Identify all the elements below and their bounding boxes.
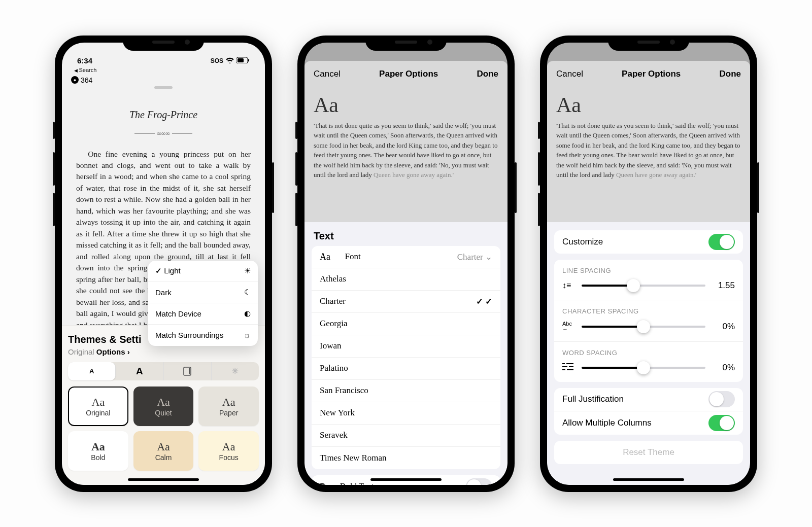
font-times[interactable]: Times New Roman (312, 447, 500, 469)
themes-sheet: Themes & Setti Original Options A A ☀︎ A… (62, 325, 265, 485)
segmented-control: A A ☀︎ (68, 362, 259, 380)
sun-icon: ☀︎ (244, 266, 251, 275)
multi-columns-row: Allow Multiple Columns (554, 411, 743, 435)
font-list: Aa Font Charter ⌄ Athelas Charter✓ Georg… (312, 246, 500, 469)
justification-card: Full Justification Allow Multiple Column… (554, 388, 743, 435)
preview-aa: Aa (314, 94, 498, 116)
spacing-card: LINE SPACING ↕≡ 1.55 CHARACTER SPACING A… (554, 260, 743, 382)
theme-quiet[interactable]: AaQuiet (133, 387, 194, 426)
multi-columns-toggle[interactable] (708, 415, 735, 431)
done-button[interactable]: Done (719, 69, 741, 79)
theme-focus[interactable]: AaFocus (198, 431, 259, 471)
svg-rect-8 (569, 366, 573, 367)
customize-row: Customize (554, 230, 743, 254)
home-indicator[interactable] (370, 478, 442, 481)
check-icon: ✓ (476, 296, 492, 307)
half-circle-icon: ◐ (244, 309, 251, 318)
svg-rect-7 (562, 366, 567, 367)
font-new-york[interactable]: New York (312, 402, 500, 425)
page-count: ● 364 (62, 74, 265, 86)
line-spacing-value: 1.55 (713, 280, 735, 291)
bold-icon: B (320, 481, 325, 485)
seg-font-large[interactable]: A (116, 362, 163, 380)
phone-3-frame: Cancel Paper Options Done Aa 'That is no… (540, 36, 757, 492)
preview-body: 'That is not done quite as you seem to t… (556, 121, 741, 180)
appearance-match-device[interactable]: Match Device ◐ (148, 303, 258, 325)
theme-paper[interactable]: AaPaper (198, 387, 259, 426)
wifi-icon (226, 57, 234, 65)
font-georgia[interactable]: Georgia (312, 313, 500, 335)
seg-font-small[interactable]: A (68, 362, 116, 380)
preview-body: 'That is not done quite as you seem to t… (314, 121, 498, 180)
line-spacing-block: LINE SPACING ↕≡ 1.55 (554, 260, 743, 300)
cancel-button[interactable]: Cancel (314, 69, 341, 79)
font-palatino[interactable]: Palatino (312, 358, 500, 380)
sheet-header: Cancel Paper Options Done (304, 61, 507, 87)
svg-rect-6 (566, 363, 573, 364)
svg-rect-1 (238, 58, 244, 62)
text-preview: Aa 'That is not done quite as you seem t… (547, 87, 750, 180)
sheet-header: Cancel Paper Options Done (547, 61, 750, 87)
text-preview: Aa 'That is not done quite as you seem t… (304, 87, 507, 180)
seg-scroll-icon[interactable] (164, 362, 212, 380)
font-charter[interactable]: Charter✓ (312, 291, 500, 313)
brightness-icon: ☼ (244, 331, 251, 339)
word-spacing-block: WORD SPACING 0% (554, 342, 743, 382)
bold-text-toggle[interactable] (466, 478, 492, 485)
appearance-popover: Light ☀︎ Dark ☾ Match Device ◐ Match Sur… (148, 261, 258, 346)
word-spacing-value: 0% (713, 363, 735, 373)
theme-calm[interactable]: AaCalm (133, 431, 194, 471)
line-spacing-icon: ↕≡ (562, 281, 574, 290)
battery-icon (236, 57, 250, 65)
status-time: 6:34 (77, 56, 92, 65)
themes-tabs: Original Options (68, 347, 259, 356)
word-spacing-slider[interactable] (582, 367, 705, 369)
phone-2-frame: Cancel Paper Options Done Aa 'That is no… (297, 36, 515, 492)
appearance-light[interactable]: Light ☀︎ (148, 261, 258, 282)
line-spacing-slider[interactable] (582, 285, 705, 287)
char-spacing-icon: Abc↔ (562, 321, 574, 332)
done-button[interactable]: Done (477, 69, 498, 79)
char-spacing-block: CHARACTER SPACING Abc↔ 0% (554, 300, 743, 342)
options-sheet: Cancel Paper Options Done Aa 'That is no… (304, 61, 507, 485)
font-athelas[interactable]: Athelas (312, 268, 500, 291)
char-spacing-label: CHARACTER SPACING (562, 307, 735, 315)
cancel-button[interactable]: Cancel (556, 69, 583, 79)
status-sos: SOS (211, 57, 223, 64)
sheet-title: Paper Options (379, 69, 438, 79)
svg-rect-9 (562, 369, 565, 370)
theme-grid: AaOriginal AaQuiet AaPaper AaBold AaCalm (68, 387, 259, 471)
word-spacing-label: WORD SPACING (562, 349, 735, 357)
svg-rect-10 (567, 369, 573, 370)
font-iowan[interactable]: Iowan (312, 335, 500, 358)
chevron-down-icon: ⌄ (485, 252, 492, 262)
options-sheet: Cancel Paper Options Done Aa 'That is no… (547, 61, 750, 485)
font-san-francisco[interactable]: San Francisco (312, 380, 500, 402)
reset-theme-button[interactable]: Reset Theme (554, 441, 743, 464)
full-justification-toggle[interactable] (708, 391, 735, 407)
word-spacing-icon (562, 363, 574, 372)
breadcrumb-back[interactable]: Search (62, 67, 265, 74)
theme-bold[interactable]: AaBold (68, 431, 128, 471)
layout-panel: Customize LINE SPACING ↕≡ 1.55 (547, 222, 750, 485)
home-indicator[interactable] (128, 478, 199, 481)
moon-icon: ☾ (244, 288, 251, 297)
tab-options[interactable]: Options (96, 347, 130, 356)
appearance-match-surroundings[interactable]: Match Surroundings ☼ (148, 325, 258, 346)
theme-original[interactable]: AaOriginal (68, 387, 128, 426)
customize-toggle[interactable] (708, 234, 735, 250)
story-title: The Frog-Prince (76, 109, 251, 121)
appearance-dark[interactable]: Dark ☾ (148, 282, 258, 303)
preview-aa: Aa (556, 94, 741, 116)
full-justification-row: Full Justification (554, 388, 743, 411)
section-text: Text (304, 227, 507, 246)
seg-brightness-icon[interactable]: ☀︎ (212, 362, 259, 380)
svg-rect-2 (248, 59, 249, 61)
home-indicator[interactable] (613, 478, 684, 481)
tab-original[interactable]: Original (68, 347, 94, 356)
char-spacing-slider[interactable] (582, 326, 705, 328)
font-seravek[interactable]: Seravek (312, 425, 500, 447)
char-spacing-value: 0% (713, 322, 735, 332)
font-row-header[interactable]: Aa Font Charter ⌄ (312, 246, 500, 268)
line-spacing-label: LINE SPACING (562, 267, 735, 274)
